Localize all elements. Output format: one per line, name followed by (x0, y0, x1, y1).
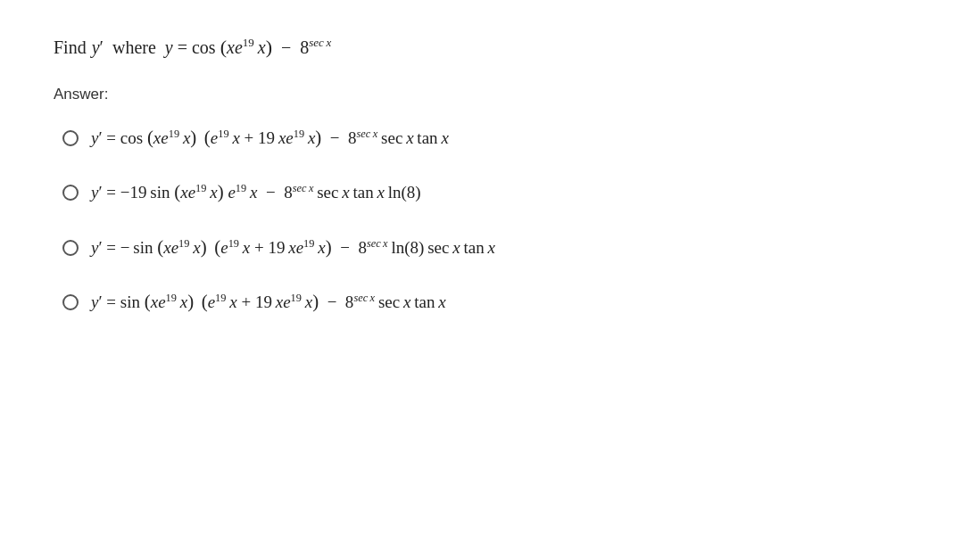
question-math: y′ where y = cos (xe19 x) − 8sec x (92, 36, 332, 59)
options-container: y′ = cos (xe19 x) (e19 x + 19 xe19 x) − … (54, 123, 495, 317)
option-c-row: y′ = − sin (xe19 x) (e19 x + 19 xe19 x) … (62, 233, 495, 262)
option-a-radio[interactable] (62, 130, 79, 146)
option-b-radio[interactable] (62, 185, 79, 201)
option-b-text: y′ = −19 sin (xe19 x) e19 x − 8sec x sec… (91, 177, 421, 207)
option-d-row: y′ = sin (xe19 x) (e19 x + 19 xe19 x) − … (62, 287, 495, 317)
option-d-text: y′ = sin (xe19 x) (e19 x + 19 xe19 x) − … (91, 287, 446, 317)
question-text: Find y′ where y = cos (xe19 x) − 8sec x (54, 36, 331, 59)
option-c-text: y′ = − sin (xe19 x) (e19 x + 19 xe19 x) … (91, 233, 495, 262)
option-a-row: y′ = cos (xe19 x) (e19 x + 19 xe19 x) − … (62, 123, 495, 152)
answer-label: Answer: (54, 86, 108, 103)
option-a-text: y′ = cos (xe19 x) (e19 x + 19 xe19 x) − … (91, 123, 449, 152)
option-b-row: y′ = −19 sin (xe19 x) e19 x − 8sec x sec… (62, 177, 495, 207)
find-label: Find (54, 37, 87, 58)
option-d-radio[interactable] (62, 294, 79, 310)
option-c-radio[interactable] (62, 240, 79, 256)
